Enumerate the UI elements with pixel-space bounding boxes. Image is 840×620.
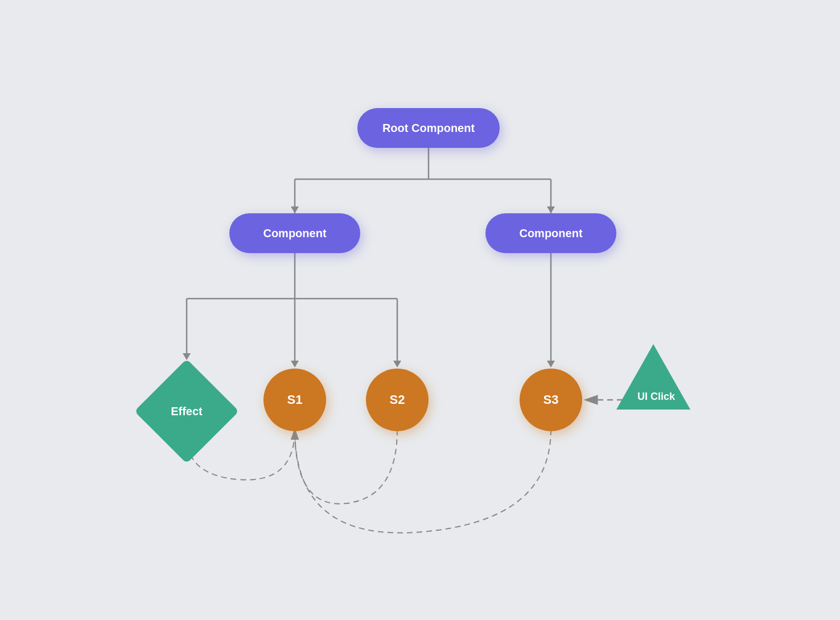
s3-label: S3	[543, 392, 559, 407]
root-component-node: Root Component	[357, 108, 500, 148]
diagram-container: Root Component Component Component Effec…	[107, 54, 733, 566]
svg-marker-11	[291, 361, 299, 367]
s1-label: S1	[287, 392, 303, 407]
component-left-label: Component	[263, 227, 326, 240]
s2-label: S2	[390, 392, 405, 407]
effect-label: Effect	[171, 405, 203, 418]
component-left-node: Component	[229, 213, 360, 253]
component-right-node: Component	[485, 213, 616, 253]
effect-node: Effect	[134, 358, 240, 464]
s2-node: S2	[366, 369, 429, 431]
root-component-label: Root Component	[382, 122, 475, 135]
svg-marker-15	[547, 361, 555, 367]
svg-marker-3	[291, 206, 299, 213]
svg-marker-13	[393, 361, 401, 367]
component-right-label: Component	[519, 227, 582, 240]
svg-marker-5	[547, 206, 555, 213]
s3-node: S3	[520, 369, 582, 431]
ui-click-label: UI Click	[616, 391, 696, 403]
ui-click-node: UI Click	[616, 344, 696, 415]
s1-node: S1	[263, 369, 326, 431]
